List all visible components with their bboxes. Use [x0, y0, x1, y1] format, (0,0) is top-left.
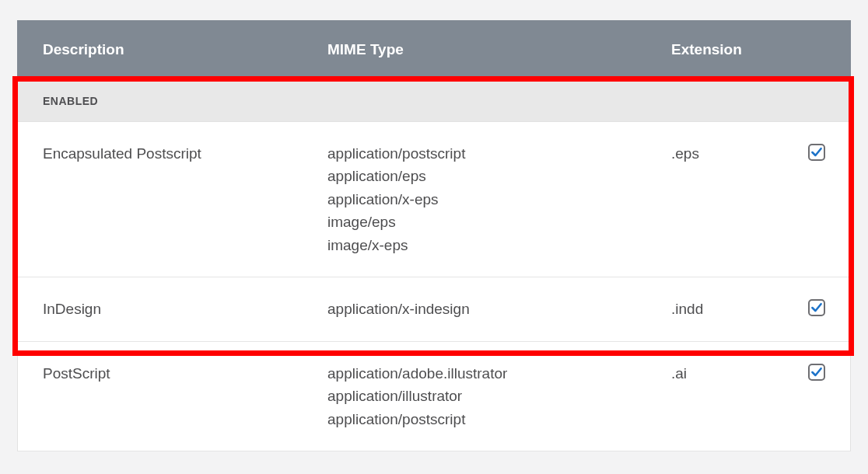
table-header-row: Description MIME Type Extension: [17, 20, 851, 79]
cell-mime-type: application/x-indesign: [327, 298, 671, 320]
cell-extension: .ai: [671, 362, 794, 430]
enabled-checkbox[interactable]: [808, 364, 825, 381]
mime-value: application/postscript: [327, 142, 671, 165]
section-header-enabled: ENABLED: [17, 79, 851, 122]
table-row: InDesign application/x-indesign .indd: [17, 277, 851, 341]
table-row: Encapsulated Postscript application/post…: [17, 122, 851, 277]
table-row: PostScript application/adobe.illustrator…: [17, 342, 851, 451]
check-icon: [810, 146, 823, 159]
mime-value: application/x-indesign: [327, 298, 671, 320]
enabled-checkbox[interactable]: [808, 144, 825, 161]
mime-value: application/eps: [327, 165, 671, 187]
cell-description: Encapsulated Postscript: [43, 142, 327, 256]
mime-value: application/x-eps: [327, 188, 671, 211]
cell-extension: .indd: [671, 298, 794, 320]
mime-value: application/illustrator: [327, 385, 671, 407]
mime-value: image/eps: [327, 211, 671, 233]
header-description: Description: [43, 41, 327, 58]
enabled-checkbox[interactable]: [808, 299, 825, 316]
mime-value: application/postscript: [327, 408, 671, 430]
cell-description: InDesign: [43, 298, 327, 320]
cell-extension: .eps: [671, 142, 794, 256]
header-extension: Extension: [671, 41, 825, 58]
header-mime-type: MIME Type: [327, 41, 671, 58]
cell-mime-type: application/postscript application/eps a…: [327, 142, 671, 256]
cell-mime-type: application/adobe.illustrator applicatio…: [327, 362, 671, 430]
check-icon: [810, 301, 823, 314]
check-icon: [810, 366, 823, 378]
mime-value: image/x-eps: [327, 234, 671, 256]
cell-description: PostScript: [43, 362, 327, 430]
mime-value: application/adobe.illustrator: [327, 362, 671, 385]
